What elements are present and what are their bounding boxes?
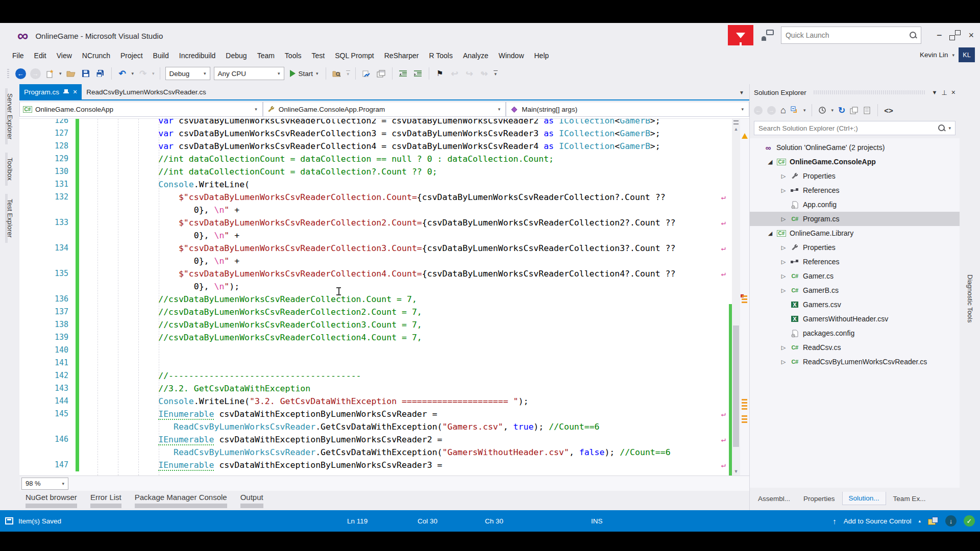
previous-bookmark-icon[interactable]: ↩ (449, 68, 460, 79)
splitter-grip-icon[interactable] (733, 120, 739, 124)
feedback-icon[interactable] (761, 30, 774, 41)
window-position-caret-icon[interactable]: ▼ (932, 89, 938, 95)
bottom-tab-nuget-browser[interactable]: NuGet browser (26, 493, 77, 510)
undo-icon[interactable]: ↶ (117, 68, 128, 79)
code-line[interactable]: ReadCsvByLumenWorksCsvReader.GetCsvDataW… (19, 420, 729, 433)
tree-item-gamerswithoutheader-csv[interactable]: XGamersWithoutHeader.csv (750, 312, 960, 326)
expander-collapsed-icon[interactable]: ▷ (780, 216, 787, 222)
pending-changes-filter-icon[interactable] (818, 106, 826, 114)
side-tab-diagnostic-tools[interactable]: Diagnostic Tools (965, 269, 975, 328)
navigate-back-icon[interactable]: ← (15, 68, 26, 79)
code-line[interactable]: 146IEnumerable csvDataWithExceptionByLum… (19, 433, 729, 446)
warning-marker[interactable] (742, 399, 747, 400)
menu-item-file[interactable]: File (7, 52, 29, 60)
warning-marker[interactable] (742, 302, 747, 303)
menu-item-analyze[interactable]: Analyze (458, 52, 494, 60)
start-debug-button[interactable]: Start ▾ (288, 70, 321, 78)
toolbar-overflow-caret-icon[interactable]: ▾ (494, 70, 498, 77)
code-line[interactable]: 0}, \n" + (19, 255, 729, 267)
increase-indent-icon[interactable] (412, 68, 424, 79)
clear-bookmarks-icon[interactable]: ↬ (479, 68, 490, 79)
notification-filter-icon[interactable] (728, 25, 753, 45)
find-in-files-icon[interactable] (331, 68, 342, 79)
code-line[interactable]: ReadCsvByLumenWorksCsvReader.GetCsvDataW… (19, 446, 729, 459)
redo-icon[interactable]: ↷ (137, 68, 149, 79)
menu-item-window[interactable]: Window (494, 52, 529, 60)
menu-item-ncrunch[interactable]: NCrunch (77, 52, 115, 60)
properties-page-icon[interactable] (863, 107, 871, 114)
solution-platform-select[interactable]: Any CPU▾ (214, 67, 284, 80)
expander-collapsed-icon[interactable]: ▷ (780, 259, 787, 265)
expander-collapsed-icon[interactable]: ▷ (780, 344, 787, 351)
add-to-source-control-button[interactable]: Add to Source Control (844, 517, 912, 525)
user-menu-caret-icon[interactable]: ▾ (952, 53, 954, 58)
tree-item-readcsvbylumenworkscsvreader-cs[interactable]: ▷C#ReadCsvByLumenWorksCsvReader.cs (750, 355, 960, 369)
source-control-caret-icon[interactable]: ▴ (918, 518, 921, 523)
code-line[interactable]: 142//-----------------------------------… (19, 369, 729, 382)
preview-window-icon[interactable] (376, 68, 387, 79)
bottom-tab-output[interactable]: Output (240, 493, 263, 510)
find-options-caret-icon[interactable]: ▾ (346, 70, 350, 77)
bottom-tab-error-list[interactable]: Error List (90, 493, 121, 510)
download-icon[interactable]: ↓ (945, 515, 957, 527)
menu-item-edit[interactable]: Edit (29, 52, 52, 60)
navigate-forward-icon[interactable]: → (30, 68, 41, 79)
tree-item-gamerb-cs[interactable]: ▷C#GamerB.cs (750, 283, 960, 297)
menu-item-team[interactable]: Team (252, 52, 280, 60)
search-options-caret-icon[interactable]: ▾ (948, 126, 951, 131)
document-tab-readcsvbylumenworkscsvreader-cs[interactable]: ReadCsvByLumenWorksCsvReader.cs (82, 84, 211, 99)
new-project-icon[interactable] (44, 68, 56, 79)
tree-item-app-config[interactable]: App.config (750, 197, 960, 212)
warning-marker[interactable] (742, 298, 747, 300)
warning-marker[interactable] (742, 415, 747, 417)
tree-item-program-cs[interactable]: ▷C#Program.cs (750, 212, 960, 226)
tree-item-properties[interactable]: ▷Properties (750, 169, 960, 183)
save-icon[interactable] (80, 68, 91, 79)
bottom-tab-package-manager-console[interactable]: Package Manager Console (135, 493, 227, 510)
open-file-icon[interactable] (65, 68, 77, 79)
warning-triangle-icon[interactable] (742, 133, 748, 139)
menu-item-debug[interactable]: Debug (220, 52, 252, 60)
expander-collapsed-icon[interactable]: ▷ (780, 173, 787, 180)
expander-collapsed-icon[interactable]: ▷ (780, 287, 787, 294)
panel-tab-assembl[interactable]: Assembl... (752, 492, 796, 505)
se-back-icon[interactable]: ← (754, 106, 763, 115)
code-line[interactable]: 147IEnumerable csvDataWithExceptionByLum… (19, 459, 729, 471)
close-tab-icon[interactable]: × (73, 88, 77, 96)
pin-icon[interactable] (63, 89, 69, 95)
code-line[interactable]: 0}, \n" + (19, 229, 729, 242)
code-line[interactable]: 132$"csvDataByLumenWorksCsvReaderCollect… (19, 191, 729, 204)
code-line[interactable]: 127var csvDataByLumenWorksCsvReaderColle… (19, 127, 729, 140)
collapse-all-icon[interactable] (791, 106, 799, 114)
tree-item-onlinegame-library[interactable]: ◢C#OnlineGame.Library (750, 226, 960, 240)
solution-configuration-select[interactable]: Debug▾ (165, 67, 210, 80)
scroll-up-icon[interactable]: ▲ (734, 127, 739, 132)
decrease-indent-icon[interactable] (398, 68, 409, 79)
code-surface[interactable]: 126var csvDataByLumenWorksCsvReaderColle… (19, 119, 729, 475)
tree-item-references[interactable]: ▷References (750, 183, 960, 197)
tree-item-solution-onlinegame-2-projects[interactable]: ∞Solution 'OnlineGame' (2 projects) (750, 140, 960, 155)
code-line[interactable]: 137//csvDataByLumenWorksCsvReaderCollect… (19, 306, 729, 318)
menu-item-build[interactable]: Build (148, 52, 174, 60)
zoom-level-select[interactable]: 98 %▾ (21, 478, 68, 490)
tree-item-gamers-csv[interactable]: XGamers.csv (750, 297, 960, 312)
vertical-scrollbar[interactable]: ▲ ▼ (732, 119, 740, 475)
code-line[interactable]: 133$"csvDataByLumenWorksCsvReaderCollect… (19, 216, 729, 229)
code-line[interactable]: 145IEnumerable csvDataWithExceptionByLum… (19, 408, 729, 420)
expander-expanded-icon[interactable]: ◢ (767, 159, 773, 165)
expander-expanded-icon[interactable]: ◢ (767, 230, 773, 237)
scrollbar-thumb[interactable] (733, 325, 739, 447)
code-line[interactable]: 140 (19, 344, 729, 357)
tree-item-packages-config[interactable]: packages.config (750, 326, 960, 340)
code-line[interactable]: 131Console.WriteLine( (19, 178, 729, 191)
panel-tab-team-ex[interactable]: Team Ex... (887, 492, 932, 505)
breadcrumb-onlinegame-consoleapp[interactable]: C#OnlineGame.ConsoleApp▾ (19, 102, 263, 117)
collapse-all-caret-icon[interactable]: ▾ (803, 108, 806, 113)
warning-marker[interactable] (742, 295, 747, 297)
publish-icon[interactable] (928, 517, 938, 525)
new-project-caret-icon[interactable]: ▾ (59, 71, 62, 76)
menu-item-help[interactable]: Help (529, 52, 554, 60)
refresh-icon[interactable]: ↻ (838, 105, 845, 116)
code-line[interactable]: 126var csvDataByLumenWorksCsvReaderColle… (19, 119, 729, 127)
code-line[interactable]: 128var csvDataByLumenWorksCsvReaderColle… (19, 140, 729, 153)
